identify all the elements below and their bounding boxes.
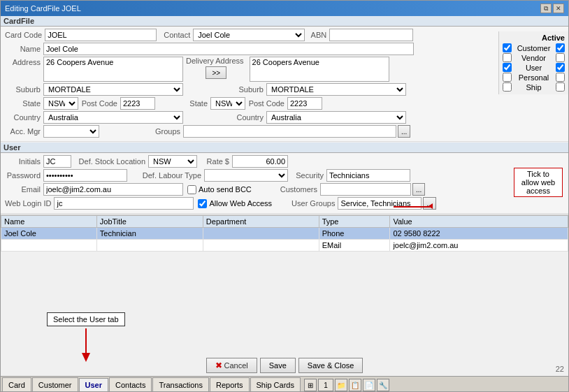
contact-select[interactable]: Joel Cole (193, 29, 305, 41)
postcode2-input[interactable] (287, 97, 322, 110)
user-section-header: User (1, 143, 568, 153)
grid-icon[interactable]: ⊞ (304, 379, 317, 391)
country2-label: Country (235, 113, 266, 122)
tab-reports[interactable]: Reports (210, 377, 250, 391)
accmgr-select[interactable] (43, 125, 99, 138)
allow-web-access-row[interactable]: Allow Web Access (198, 199, 289, 208)
table-row[interactable]: EMail joelc@jim2.com.au (1, 240, 568, 252)
address-label: Address (5, 57, 43, 66)
cell-jobtitle (96, 240, 203, 252)
table-row[interactable]: Joel Cole Technician Phone 02 9580 8222 (1, 228, 568, 240)
state-select[interactable]: NSW (43, 97, 78, 110)
customer-checkbox[interactable] (503, 43, 512, 52)
password-input[interactable] (43, 169, 127, 182)
suburb-label: Suburb (5, 85, 43, 94)
contact-label: Contact (157, 31, 193, 39)
customers-label: Customers (278, 185, 320, 194)
tools-icon[interactable]: 🔧 (377, 379, 389, 391)
user-form: Initials Def. Stock Location NSW Rate $ … (1, 153, 568, 214)
save-close-button[interactable]: Save & Close (298, 358, 363, 373)
cardcode-input[interactable] (45, 29, 157, 41)
vendor-label: Vendor (521, 54, 546, 62)
number-badge[interactable]: 1 (318, 379, 333, 391)
initials-label: Initials (5, 157, 43, 166)
country-row: Country Australia Country Australia (5, 111, 491, 124)
ship-checkbox-row: Ship (503, 82, 565, 92)
col-jobtitle: JobTitle (96, 216, 203, 228)
ship-active-checkbox[interactable] (556, 82, 565, 92)
state2-label: State (186, 99, 210, 108)
weblogin-label: Web Login ID (5, 199, 54, 208)
security-input[interactable] (326, 169, 410, 182)
personal-active-checkbox[interactable] (556, 73, 565, 82)
cancel-button[interactable]: ✖ Cancel (206, 358, 257, 373)
rate-input[interactable] (232, 155, 288, 168)
vendor-active-checkbox[interactable] (556, 53, 565, 62)
auto-send-bcc-checkbox[interactable] (187, 185, 196, 194)
customer-active-checkbox[interactable] (556, 43, 565, 52)
password-row: Password Def. Labour Type Security Tick … (5, 169, 564, 182)
cell-department (203, 240, 319, 252)
suburb2-select[interactable]: MORTDALE (266, 83, 406, 96)
tab-contacts[interactable]: Contacts (109, 377, 152, 391)
personal-checkbox[interactable] (503, 73, 512, 82)
suburb-row: Suburb MORTDALE Suburb MORTDALE (5, 83, 491, 96)
cell-name: Joel Cole (1, 228, 97, 240)
address-input[interactable]: 26 Coopers Avenue (43, 57, 183, 82)
user-checkbox[interactable] (503, 63, 512, 72)
state2-select[interactable]: NSW (210, 97, 245, 110)
allow-web-access-checkbox[interactable] (198, 199, 207, 208)
weblogin-input[interactable] (54, 197, 194, 210)
def-labour-label: Def. Labour Type (127, 171, 204, 180)
tab-ship-cards[interactable]: Ship Cards (250, 377, 301, 391)
cardcode-label: Card Code (5, 31, 45, 39)
vendor-checkbox[interactable] (503, 53, 512, 62)
abn-input[interactable] (329, 29, 413, 41)
col-department: Department (203, 216, 319, 228)
country2-select[interactable]: Australia (266, 111, 406, 124)
doc-icon[interactable]: 📄 (363, 379, 375, 391)
name-row: Name (5, 43, 491, 55)
ship-checkbox[interactable] (503, 82, 512, 92)
abn-label: ABN (305, 31, 329, 39)
tooltip-callout: Tick to allow web access (514, 168, 563, 197)
window-controls: ⧉ ✕ (540, 3, 564, 13)
col-type: Type (319, 216, 390, 228)
suburb-select[interactable]: MORTDALE (43, 83, 183, 96)
cell-type: Phone (319, 228, 390, 240)
svg-marker-1 (82, 353, 90, 362)
tab-user[interactable]: User (79, 378, 108, 391)
tab-transactions[interactable]: Transactions (152, 377, 209, 391)
postcode-input[interactable] (120, 97, 155, 110)
copy-address-button[interactable]: >> (206, 66, 226, 79)
groups-input[interactable] (183, 125, 396, 138)
folder-icon[interactable]: 📁 (335, 379, 347, 391)
customer-label: Customer (517, 44, 551, 52)
copy-icon[interactable]: 📋 (349, 379, 361, 391)
allow-web-access-label: Allow Web Access (209, 199, 272, 208)
email-input[interactable] (43, 183, 183, 196)
save-button[interactable]: Save (260, 358, 296, 373)
def-labour-select[interactable] (204, 169, 288, 182)
close-button[interactable]: ✕ (553, 3, 564, 13)
cell-value: 02 9580 8222 (390, 228, 568, 240)
auto-send-bcc-row[interactable]: Auto send BCC (187, 185, 278, 194)
weblogin-row: Web Login ID Allow Web Access User Group… (5, 197, 564, 210)
tab-card[interactable]: Card (2, 377, 31, 391)
user-groups-input[interactable] (338, 197, 422, 210)
cell-value: joelc@jim2.com.au (390, 240, 568, 252)
col-value: Value (390, 216, 568, 228)
initials-input[interactable] (43, 155, 71, 168)
tab-bar: Card Customer User Contacts Transactions… (1, 376, 568, 391)
customers-ellipsis-button[interactable]: ... (412, 183, 425, 196)
customers-input[interactable] (320, 183, 411, 196)
delivery-address-input[interactable]: 26 Coopers Avenue (250, 57, 389, 82)
tab-customer[interactable]: Customer (32, 377, 78, 391)
restore-button[interactable]: ⧉ (540, 3, 552, 13)
country-select[interactable]: Australia (43, 111, 183, 124)
user-active-checkbox[interactable] (556, 63, 565, 72)
groups-ellipsis-button[interactable]: ... (398, 125, 410, 138)
def-stock-select[interactable]: NSW (148, 155, 197, 168)
name-input[interactable] (43, 43, 414, 55)
select-user-arrow (79, 328, 93, 363)
